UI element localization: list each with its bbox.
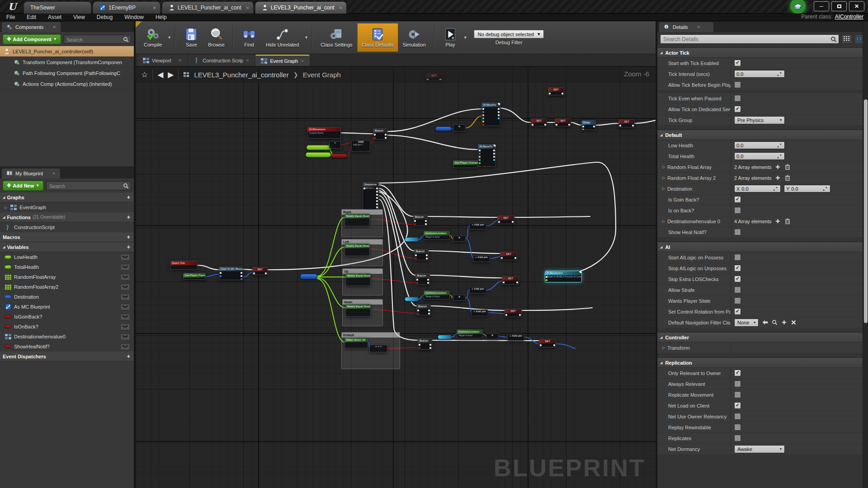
blueprint-item-Destinationwhenvalue0[interactable]: Destinationwhenvalue0 [0,332,134,342]
input-pin[interactable] [417,310,419,311]
asset-tab-LEVEL3_Puncher_ai_cont[interactable]: LEVEL3_Puncher_ai_cont✕ [255,1,347,14]
visibility-closed-eye-icon[interactable] [120,333,130,340]
drag-resize-icon[interactable] [776,71,783,77]
input-pin[interactable] [582,129,584,130]
output-pin[interactable] [376,200,378,202]
hide-unrelated-button[interactable]: Hide Unrelated [261,23,303,52]
menu-file[interactable]: File [6,14,15,20]
output-pin[interactable] [561,93,563,94]
drag-resize-icon[interactable] [776,142,783,149]
number-field[interactable]: 0.0 [734,70,785,78]
close-icon[interactable]: ✕ [339,5,342,10]
blueprint-item-IsGoinBack?[interactable]: IsGoinBack? [0,312,134,322]
details-scrollbar-thumb[interactable] [864,99,868,323]
output-pin[interactable] [241,275,242,277]
add-icon[interactable]: + [127,194,130,201]
blueprint-item-Destination[interactable]: Destination [0,292,134,302]
checkbox[interactable] [734,196,741,203]
output-pin[interactable] [376,197,378,199]
output-pin[interactable] [428,310,430,311]
input-pin[interactable] [619,125,621,127]
output-pin[interactable] [632,125,634,127]
output-pin[interactable] [385,137,387,139]
output-pin[interactable] [426,258,428,259]
add-new-button[interactable]: ✚ Add New ▼ [3,181,43,191]
graph-node-set[interactable]: SET [497,216,514,224]
number-field[interactable]: 0.0 [734,152,785,160]
use-selected-icon[interactable] [762,319,768,326]
graph-node-set[interactable]: SET [252,267,268,275]
compile-button[interactable]: Compile [139,23,166,52]
visibility-closed-eye-icon[interactable] [120,343,130,350]
output-pin[interactable] [498,117,500,119]
visibility-closed-eye-icon[interactable] [120,274,130,281]
graph-node-get-player-character[interactable]: Get Player Character [453,160,478,168]
blueprint-item-IsOnBack?[interactable]: IsOnBack? [0,322,134,332]
drag-resize-icon[interactable] [776,153,783,160]
input-pin[interactable] [415,258,417,259]
nav-back-icon[interactable]: ◀ [157,70,163,80]
play-button[interactable]: Play [438,23,462,52]
visibility-closed-eye-icon[interactable] [120,304,130,310]
input-pin[interactable] [556,124,557,126]
clear-array-icon[interactable] [784,218,791,225]
input-pin[interactable] [253,272,255,274]
window-restore-button[interactable] [831,1,847,11]
input-pin[interactable] [479,153,481,155]
output-pin[interactable] [376,188,378,189]
graph-node--[interactable]: ✕ [486,333,499,339]
graph-node--[interactable]: < [329,141,341,149]
checkbox[interactable] [734,60,741,66]
breadcrumb-leaf[interactable]: Event Graph [303,71,341,79]
input-pin[interactable] [416,282,418,284]
output-pin[interactable] [428,313,430,314]
checkbox[interactable] [734,265,741,272]
checkbox[interactable] [734,254,741,261]
graph-node--[interactable]: = = = [369,345,387,352]
chevron-down-icon[interactable]: ▼ [167,35,171,40]
graph-node-set[interactable]: SET [500,252,517,260]
graph-node-nearly-equal-float-[interactable]: Nearly Equal (float) [345,304,371,317]
asset-tab-LEVEL1_Puncher_ai_cont[interactable]: LEVEL1_Puncher_ai_cont✕ [162,1,254,14]
favorite-star-icon[interactable]: ☆ [141,70,148,80]
details-section-header[interactable]: ◢Default [657,130,863,140]
input-pin[interactable] [482,114,484,116]
menu-edit[interactable]: Edit [27,14,36,20]
graph-tab-viewport[interactable]: Viewport✕ [137,55,187,66]
save-button[interactable]: Save [179,23,203,52]
input-pin[interactable] [479,165,481,167]
checkbox[interactable] [734,413,741,420]
close-icon[interactable]: ✕ [697,25,701,29]
close-icon[interactable]: ✕ [245,5,249,10]
output-pin[interactable] [427,279,429,281]
visibility-closed-eye-icon[interactable] [120,254,130,261]
output-pin[interactable] [241,272,242,274]
graph-node-and[interactable]: ANDAdd pin + [351,140,370,152]
graph-node-branch[interactable]: Branch [415,273,430,285]
graph-node-ai-movement[interactable]: AI MovementCustom Event [307,127,341,139]
browse-icon[interactable] [771,319,778,326]
add-icon[interactable]: + [127,244,130,250]
output-pin[interactable] [429,347,431,349]
details-section-header[interactable]: ◢Replication [657,358,863,368]
event-graph-canvas[interactable]: AI MovementCustom Event<ANDAdd pin +Bran… [136,66,656,488]
expander-icon[interactable]: ▷ [662,165,665,169]
asset-tab-TheSewer[interactable]: TheSewer [24,1,91,14]
graph-node--[interactable]: ✕ [453,124,466,131]
details-scrollbar[interactable] [863,21,868,488]
input-pin[interactable] [220,275,222,277]
my-blueprint-search-input[interactable] [47,182,131,190]
graph-node--add-pin[interactable]: + Add pin [473,255,490,262]
close-icon[interactable]: ✕ [178,58,182,63]
checkbox[interactable] [734,207,741,214]
variable-pill-node[interactable] [307,145,332,150]
input-pin[interactable] [363,188,365,189]
number-field[interactable]: 0.0 [734,141,785,149]
checkbox[interactable] [734,402,741,409]
graph-node--add-pin[interactable]: + Add pin [469,287,486,294]
input-pin[interactable] [220,272,222,274]
input-pin[interactable] [416,279,418,281]
output-pin[interactable] [376,203,378,205]
graph-node-set[interactable]: SET [502,276,519,285]
input-pin[interactable] [532,124,533,126]
